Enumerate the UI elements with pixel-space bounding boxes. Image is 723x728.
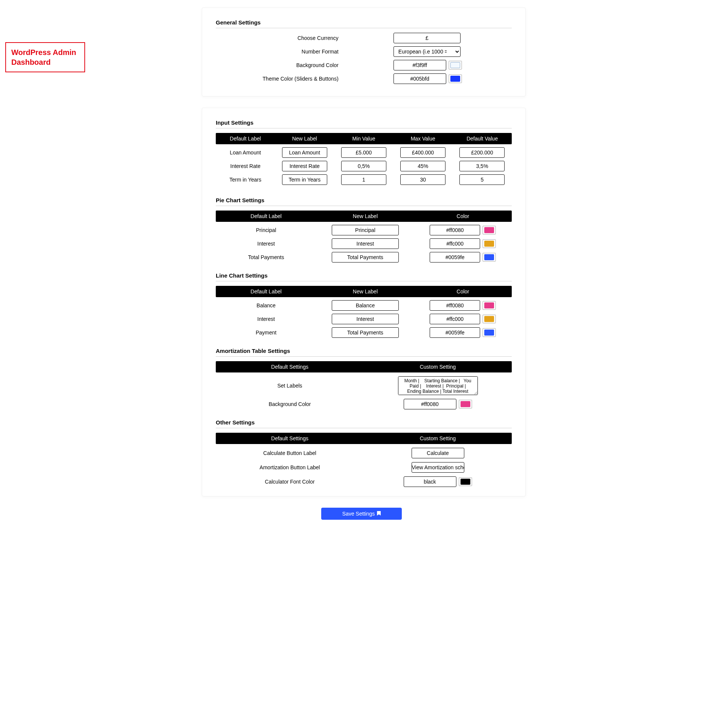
settings-panel: Input Settings Default Label New Label M… [202, 108, 526, 496]
number-format-label: Number Format [216, 49, 346, 55]
new-label-input[interactable] [282, 147, 327, 158]
th-default-value: Default Value [452, 136, 512, 142]
amort-bg-swatch[interactable] [459, 399, 472, 408]
number-format-select[interactable]: European (i.e 1000 = 1.000) [393, 46, 460, 57]
input-row: Interest Rate [216, 161, 512, 171]
set-labels-label: Set Labels [216, 382, 364, 388]
new-label-input[interactable] [332, 314, 399, 324]
theme-color-swatch[interactable] [448, 74, 462, 83]
th-default-settings: Default Settings [216, 364, 364, 370]
wordpress-admin-callout: WordPress Admin Dashboard [5, 42, 85, 72]
amortization-title: Amortization Table Settings [216, 348, 512, 354]
color-swatch[interactable] [482, 253, 496, 262]
default-value-input[interactable] [459, 174, 504, 185]
th-new-label: New Label [275, 136, 334, 142]
color-row: Interest [216, 239, 512, 249]
amort-btn-input[interactable] [411, 462, 464, 473]
divider [216, 28, 512, 28]
min-value-input[interactable] [341, 147, 386, 158]
th-default-label: Default Label [216, 289, 316, 295]
theme-color-input[interactable] [393, 73, 446, 84]
bg-color-label: Background Color [216, 62, 346, 68]
color-input[interactable] [430, 225, 480, 236]
new-label-input[interactable] [332, 252, 399, 263]
color-swatch[interactable] [482, 328, 496, 337]
th-custom-setting: Custom Setting [364, 364, 512, 370]
new-label-input[interactable] [332, 327, 399, 338]
input-row: Loan Amount [216, 147, 512, 158]
amort-bg-input[interactable] [404, 399, 456, 409]
default-label-cell: Term in Years [216, 177, 275, 183]
theme-color-label: Theme Color (Sliders & Buttons) [216, 76, 346, 82]
th-custom-setting: Custom Setting [364, 435, 512, 441]
calc-btn-label: Calculate Button Label [216, 450, 364, 456]
new-label-input[interactable] [332, 300, 399, 311]
input-row: Term in Years [216, 174, 512, 185]
font-color-swatch[interactable] [459, 477, 472, 486]
amort-bg-label: Background Color [216, 401, 364, 407]
bookmark-icon [377, 511, 381, 517]
amortization-header: Default Settings Custom Setting [216, 361, 512, 372]
min-value-input[interactable] [341, 161, 386, 171]
default-label-cell: Balance [216, 303, 316, 309]
color-row: Total Payments [216, 252, 512, 263]
amort-btn-label: Amortization Button Label [216, 464, 364, 470]
font-color-label: Calculator Font Color [216, 479, 364, 485]
max-value-input[interactable] [400, 174, 445, 185]
default-label-cell: Principal [216, 227, 316, 233]
input-settings-title: Input Settings [216, 119, 512, 126]
calc-btn-input[interactable] [411, 448, 464, 458]
default-value-input[interactable] [459, 161, 504, 171]
save-label: Save Settings [342, 511, 374, 517]
default-label-cell: Interest [216, 241, 316, 247]
default-label-cell: Interest [216, 316, 316, 322]
th-color: Color [414, 289, 512, 295]
color-input[interactable] [430, 252, 480, 263]
color-swatch[interactable] [482, 226, 496, 235]
font-color-input[interactable] [404, 476, 456, 487]
th-default-label: Default Label [216, 213, 316, 219]
bg-color-swatch[interactable] [448, 61, 462, 70]
default-value-input[interactable] [459, 147, 504, 158]
th-min-value: Min Value [334, 136, 393, 142]
color-input[interactable] [430, 300, 480, 311]
default-label-cell: Total Payments [216, 254, 316, 260]
th-default-label: Default Label [216, 136, 275, 142]
color-row: Payment [216, 327, 512, 338]
general-settings-panel: General Settings Choose Currency Number … [202, 8, 526, 96]
pie-chart-header: Default Label New Label Color [216, 211, 512, 222]
bg-color-input[interactable] [393, 60, 446, 70]
th-default-settings: Default Settings [216, 435, 364, 441]
set-labels-textarea[interactable] [398, 376, 478, 395]
max-value-input[interactable] [400, 147, 445, 158]
divider [216, 128, 512, 128]
new-label-input[interactable] [282, 174, 327, 185]
other-settings-title: Other Settings [216, 419, 512, 425]
new-label-input[interactable] [332, 225, 399, 236]
default-label-cell: Payment [216, 330, 316, 336]
color-swatch[interactable] [482, 301, 496, 310]
color-input[interactable] [430, 239, 480, 249]
divider [216, 206, 512, 206]
color-row: Interest [216, 314, 512, 324]
th-max-value: Max Value [393, 136, 452, 142]
default-label-cell: Interest Rate [216, 163, 275, 169]
line-chart-title: Line Chart Settings [216, 272, 512, 279]
max-value-input[interactable] [400, 161, 445, 171]
color-swatch[interactable] [482, 315, 496, 324]
divider [216, 356, 512, 357]
new-label-input[interactable] [332, 239, 399, 249]
currency-input[interactable] [393, 33, 460, 43]
save-settings-button[interactable]: Save Settings [321, 508, 402, 520]
th-color: Color [414, 213, 512, 219]
color-input[interactable] [430, 314, 480, 324]
new-label-input[interactable] [282, 161, 327, 171]
general-settings-title: General Settings [216, 19, 512, 26]
divider [216, 428, 512, 428]
color-input[interactable] [430, 327, 480, 338]
input-settings-header: Default Label New Label Min Value Max Va… [216, 133, 512, 144]
min-value-input[interactable] [341, 174, 386, 185]
other-settings-header: Default Settings Custom Setting [216, 433, 512, 444]
color-swatch[interactable] [482, 239, 496, 248]
th-new-label: New Label [316, 289, 414, 295]
